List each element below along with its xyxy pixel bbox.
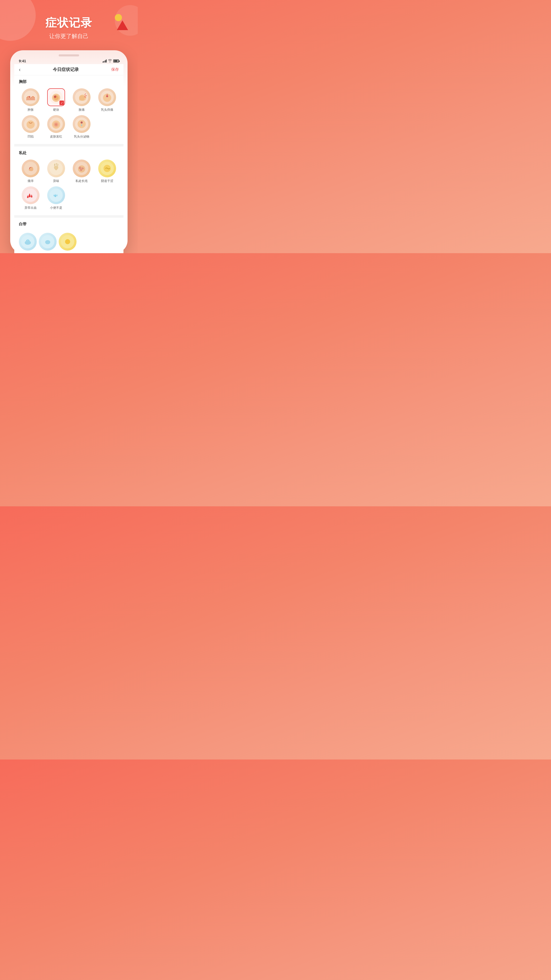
chest-section: 胸部 肿胀 [14,75,124,144]
svg-point-25 [82,168,83,169]
symptom-label-changzhen: 私处长疮 [76,179,88,183]
private-row2: 异常出血 小便不是 [19,186,119,210]
symptom-icon-zhongzhang [22,88,40,106]
symptom-label-pifuhongfa: 皮肤发红 [50,135,62,139]
phone-notch [14,54,124,56]
wifi-icon [108,59,112,63]
deco-red-triangle [117,21,128,30]
hero-title: 症状记录 [45,15,92,30]
svg-point-26 [80,169,82,171]
hero-subtitle: 让你更了解自己 [45,32,92,40]
symptom-label-aoxian: 凹陷 [27,135,34,139]
content-area: 胸部 肿胀 [14,75,124,253]
symptom-label-rutyangyan: 乳头痒痛 [101,108,113,112]
battery-icon [113,59,119,62]
deco-yellow-circle [115,14,122,21]
private-section: 私处 瘙痒 [14,146,124,215]
page-title: 今日症状记录 [53,67,79,73]
private-symptom-grid: 瘙痒 异味 [19,159,119,183]
phone-mockup: 9:41 ‹ 今日症状记录 保存 [10,50,127,253]
symptom-yiwei[interactable]: 异味 [44,159,68,183]
discharge-partial-icons [19,231,119,251]
symptom-yingkuai[interactable]: ✓ 硬块 [44,88,68,112]
chest-title: 胸部 [19,80,119,84]
symptom-label-zhongzhang: 肿胀 [27,108,34,112]
symptom-icon-pifuhongfa [47,115,65,133]
svg-point-0 [24,91,37,104]
bg-circle-left [0,0,36,41]
symptom-zhongzhang[interactable]: 肿胀 [19,88,42,112]
symptom-ganse[interactable]: 阴道干涩 [95,159,119,183]
svg-point-29 [24,189,37,202]
symptom-icon-yangyang [22,159,40,177]
symptom-label-yingkuai: 硬块 [53,108,59,112]
svg-point-36 [65,239,70,244]
signal-icon [103,59,107,62]
symptom-changzhen[interactable]: 私处长疮 [70,159,94,183]
discharge-item-2[interactable] [39,233,57,251]
symptom-icon-aoxian [22,115,40,133]
symptom-icon-yiwei [47,159,65,177]
status-icons [103,59,119,63]
symptom-rutyangyan[interactable]: 乳头痒痛 [95,88,119,112]
symptom-pifuhongfa[interactable]: 皮肤发红 [44,115,68,139]
symptom-yichuxue[interactable]: 异常出血 [19,186,42,210]
svg-point-1 [29,96,30,97]
symptom-icon-yingkuai: ✓ [47,88,65,106]
svg-point-5 [54,95,56,98]
symptom-zhangtong[interactable]: 胀痛 [70,88,94,112]
chest-symptom-grid: 肿胀 ✓ 硬块 [19,88,119,139]
svg-point-12 [27,121,35,129]
symptom-label-rutfenbi: 乳头分泌物 [74,135,89,139]
symptom-label-xiaobian: 小便不是 [50,206,62,210]
discharge-item-3[interactable] [59,233,76,251]
discharge-item-1[interactable] [19,233,37,251]
svg-point-10 [106,95,108,97]
notch-bar [59,54,79,56]
status-time: 9:41 [19,59,26,63]
check-mark-yingkuai: ✓ [59,100,64,105]
nav-bar: ‹ 今日症状记录 保存 [14,64,124,75]
symptom-yangyang[interactable]: 瘙痒 [19,159,42,183]
svg-point-16 [55,123,57,126]
svg-point-19 [81,121,83,124]
symptom-icon-yichuxue [22,186,40,204]
svg-point-24 [79,167,81,169]
status-bar: 9:41 [14,58,124,64]
symptom-icon-xiaobian [47,186,65,204]
hero-section: 症状记录 让你更了解自己 [40,15,97,40]
symptom-icon-changzhen [73,159,91,177]
symptom-icon-rutfenbi [73,115,91,133]
discharge-title: 白带 [19,222,119,227]
symptom-icon-ganse [98,159,116,177]
save-button[interactable]: 保存 [111,67,119,72]
svg-point-23 [78,165,85,172]
symptom-aoxian[interactable]: 凹陷 [19,115,42,139]
symptom-rutfenbi[interactable]: 乳头分泌物 [70,115,94,139]
symptom-xiaobian[interactable]: 小便不是 [44,186,68,210]
svg-point-32 [25,241,31,245]
symptom-label-zhangtong: 胀痛 [79,108,85,112]
svg-point-30 [49,189,63,202]
symptom-label-yiwei: 异味 [53,179,59,183]
back-button[interactable]: ‹ [19,67,21,73]
symptom-icon-rutyangyan [98,88,116,106]
symptom-icon-zhangtong [73,88,91,106]
svg-point-34 [45,240,50,244]
discharge-section: 白带 [14,218,124,253]
private-title: 私处 [19,151,119,156]
symptom-label-yangyang: 瘙痒 [27,179,34,183]
symptom-label-yichuxue: 异常出血 [24,206,37,210]
symptom-label-ganse: 阴道干涩 [101,179,113,183]
